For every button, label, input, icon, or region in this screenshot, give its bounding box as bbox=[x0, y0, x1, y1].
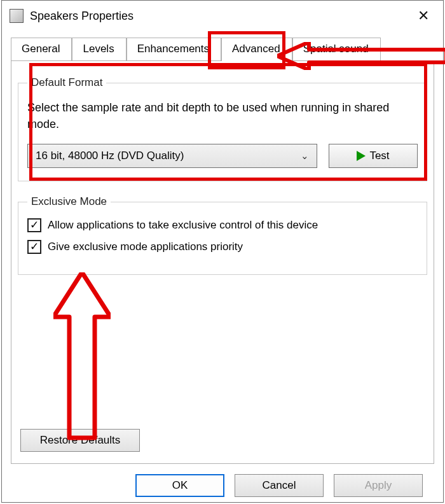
tab-strip: General Levels Enhancements Advanced Spa… bbox=[11, 38, 434, 61]
titlebar: Speakers Properties ✕ bbox=[2, 1, 443, 29]
checkbox-icon: ✓ bbox=[27, 240, 41, 254]
tab-spatial-sound[interactable]: Spatial sound bbox=[292, 38, 381, 60]
group-default-format: Default Format Select the sample rate an… bbox=[18, 76, 427, 181]
dropdown-selected-value: 16 bit, 48000 Hz (DVD Quality) bbox=[36, 150, 184, 162]
tab-advanced[interactable]: Advanced bbox=[221, 38, 292, 60]
tab-panel-advanced: Default Format Select the sample rate an… bbox=[11, 61, 434, 464]
client-area: General Levels Enhancements Advanced Spa… bbox=[2, 29, 443, 504]
checkbox-icon: ✓ bbox=[27, 218, 41, 232]
checkbox-row-exclusive-priority[interactable]: ✓ Give exclusive mode applications prior… bbox=[27, 240, 418, 254]
speaker-icon bbox=[10, 9, 24, 23]
close-button[interactable]: ✕ bbox=[407, 3, 439, 29]
dialog-footer: OK Cancel Apply bbox=[11, 464, 434, 504]
default-format-description: Select the sample rate and bit depth to … bbox=[27, 99, 418, 132]
cancel-button[interactable]: Cancel bbox=[235, 474, 324, 497]
checkbox-label: Allow applications to take exclusive con… bbox=[48, 219, 318, 232]
restore-defaults-button[interactable]: Restore Defaults bbox=[20, 429, 140, 452]
apply-button: Apply bbox=[334, 474, 423, 497]
sample-rate-dropdown[interactable]: 16 bit, 48000 Hz (DVD Quality) ⌄ bbox=[27, 144, 317, 168]
checkbox-row-exclusive-control[interactable]: ✓ Allow applications to take exclusive c… bbox=[27, 218, 418, 232]
tab-levels[interactable]: Levels bbox=[72, 38, 126, 60]
legend-default-format: Default Format bbox=[27, 76, 106, 89]
tab-enhancements[interactable]: Enhancements bbox=[127, 38, 221, 60]
group-exclusive-mode: Exclusive Mode ✓ Allow applications to t… bbox=[18, 195, 427, 275]
window-title: Speakers Properties bbox=[30, 10, 407, 23]
dialog-window: Speakers Properties ✕ General Levels Enh… bbox=[1, 0, 444, 503]
play-icon bbox=[357, 151, 366, 161]
ok-button[interactable]: OK bbox=[135, 474, 224, 497]
legend-exclusive-mode: Exclusive Mode bbox=[27, 195, 111, 208]
chevron-down-icon: ⌄ bbox=[301, 150, 309, 162]
checkbox-label: Give exclusive mode applications priorit… bbox=[48, 241, 243, 253]
close-icon: ✕ bbox=[418, 8, 429, 24]
test-button-label: Test bbox=[369, 150, 389, 162]
test-button[interactable]: Test bbox=[329, 144, 418, 168]
tab-general[interactable]: General bbox=[11, 38, 72, 60]
